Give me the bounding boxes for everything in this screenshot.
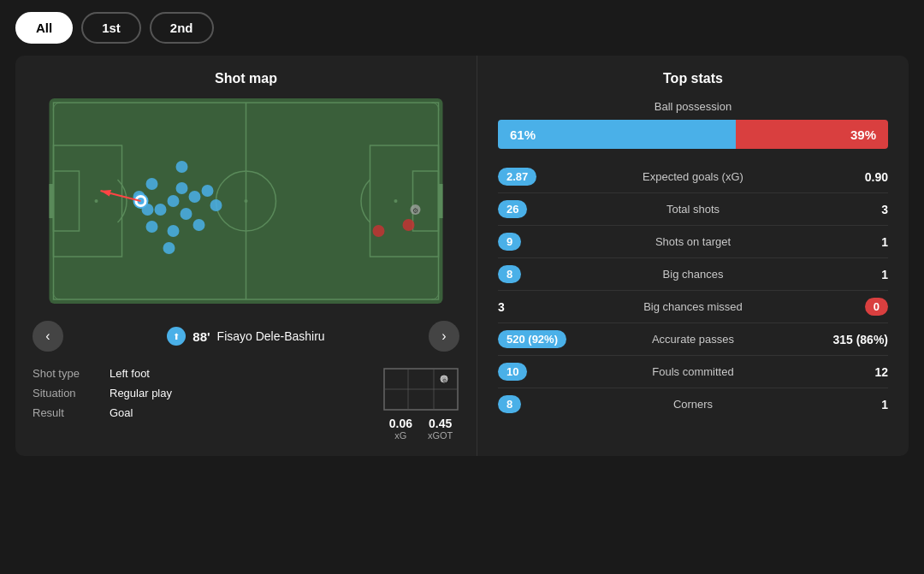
xg-label-center: Expected goals (xG) — [575, 170, 811, 183]
svg-point-27 — [176, 161, 188, 173]
shot-time: 88' — [192, 329, 210, 344]
bigmissed-badge: 0 — [865, 298, 888, 316]
possession-label: Ball possession — [498, 100, 888, 113]
tab-2nd[interactable]: 2nd — [150, 12, 214, 44]
result-value: Goal — [110, 406, 133, 419]
xg-right: 0.90 — [811, 170, 888, 184]
bigchances-label: Big chances — [575, 268, 811, 281]
tab-bar: All 1st 2nd — [0, 0, 924, 56]
prev-shot-button[interactable]: ‹ — [33, 321, 63, 352]
bigchances-right: 1 — [811, 268, 888, 281]
shot-map-panel: Shot map — [15, 56, 477, 456]
xgot-value: 0.45 — [429, 417, 452, 430]
svg-point-12 — [394, 199, 398, 203]
stat-row-ontar: 9 Shots on target 1 — [498, 226, 888, 258]
svg-point-21 — [168, 225, 180, 237]
result-label: Result — [33, 406, 92, 419]
shot-player: Fisayo Dele-Bashiru — [217, 329, 325, 343]
shot-type-label: Shot type — [33, 367, 92, 380]
stats-title: Top stats — [498, 71, 888, 86]
tab-all[interactable]: All — [15, 12, 73, 44]
result-row: Result Goal — [33, 406, 172, 419]
xgot-col: 0.45 xGOT — [428, 417, 453, 441]
possession-bar: 61% 39% — [498, 120, 888, 149]
goal-frame: ⚙ 0.06 xG 0.45 xGOT — [382, 367, 459, 441]
svg-point-32 — [373, 225, 385, 237]
corners-right: 1 — [811, 398, 888, 411]
stat-row-bigchances: 8 Big chances 1 — [498, 258, 888, 291]
pitch-svg: ⚙ — [33, 98, 459, 304]
svg-point-17 — [176, 182, 188, 194]
xgot-label: xGOT — [428, 430, 453, 441]
shot-map-title: Shot map — [33, 71, 459, 86]
shot-meta: Shot type Left foot Situation Regular pl… — [33, 367, 172, 419]
main-content: Shot map — [15, 56, 909, 456]
stat-left-totalshots: 26 — [498, 200, 575, 218]
svg-point-13 — [146, 178, 158, 190]
bigchances-badge: 8 — [498, 265, 521, 283]
passes-label: Accurate passes — [575, 333, 811, 346]
ontar-right: 1 — [811, 235, 888, 249]
svg-point-33 — [403, 219, 415, 231]
shot-type-row: Shot type Left foot — [33, 367, 172, 380]
stat-row-xg: 2.87 Expected goals (xG) 0.90 — [498, 161, 888, 193]
pitch-container: ⚙ — [33, 98, 459, 304]
bigmissed-right: 0 — [811, 298, 888, 316]
ontar-label: Shots on target — [575, 235, 811, 248]
possession-right: 39% — [736, 120, 888, 149]
stat-left-passes: 520 (92%) — [498, 330, 575, 348]
stat-row-passes: 520 (92%) Accurate passes 315 (86%) — [498, 323, 888, 356]
next-shot-button[interactable]: › — [429, 321, 459, 352]
shot-details: Shot type Left foot Situation Regular pl… — [33, 367, 459, 441]
svg-point-8 — [95, 199, 98, 203]
svg-rect-11 — [439, 184, 443, 218]
stat-row-fouls: 10 Fouls committed 12 — [498, 356, 888, 388]
goal-frame-svg: ⚙ — [382, 367, 459, 411]
svg-point-16 — [168, 195, 180, 207]
totalshots-right: 3 — [811, 203, 888, 216]
svg-point-24 — [163, 242, 175, 254]
xg-col: 0.06 xG — [389, 417, 412, 441]
svg-point-23 — [202, 185, 214, 197]
ontar-badge: 9 — [498, 233, 521, 251]
xg-value: 0.06 — [389, 417, 412, 430]
svg-point-26 — [146, 221, 158, 233]
stat-row-bigmissed: 3 Big chances missed 0 — [498, 291, 888, 323]
corners-label: Corners — [575, 398, 811, 411]
bigmissed-plain: 3 — [498, 300, 505, 314]
stat-row-corners: 8 Corners 1 — [498, 388, 888, 420]
shot-nav: ‹ ⬆ 88' Fisayo Dele-Bashiru › — [33, 316, 459, 357]
shot-type-value: Left foot — [110, 367, 150, 380]
team-logo: ⬆ — [167, 327, 186, 346]
stat-left-bigchances: 8 — [498, 265, 575, 283]
fouls-badge: 10 — [498, 363, 527, 381]
svg-point-20 — [193, 219, 205, 231]
stat-left-ontar: 9 — [498, 233, 575, 251]
svg-point-18 — [189, 191, 201, 203]
svg-text:⬆: ⬆ — [173, 332, 180, 341]
tab-1st[interactable]: 1st — [81, 12, 141, 44]
totalshots-badge: 26 — [498, 200, 527, 218]
shot-info: ⬆ 88' Fisayo Dele-Bashiru — [167, 327, 324, 346]
svg-rect-7 — [50, 184, 54, 218]
situation-row: Situation Regular play — [33, 387, 172, 399]
svg-point-22 — [210, 199, 222, 211]
situation-value: Regular play — [110, 387, 172, 399]
svg-point-15 — [155, 204, 167, 216]
corners-badge: 8 — [498, 395, 521, 413]
totalshots-label: Total shots — [575, 203, 811, 216]
passes-right: 315 (86%) — [811, 333, 888, 346]
stat-left-bigmissed: 3 — [498, 299, 575, 315]
svg-point-4 — [245, 199, 248, 203]
situation-label: Situation — [33, 387, 92, 399]
bigmissed-label: Big chances missed — [575, 300, 811, 313]
svg-text:⚙: ⚙ — [442, 378, 447, 383]
stat-row-totalshots: 26 Total shots 3 — [498, 193, 888, 226]
passes-badge: 520 (92%) — [498, 330, 566, 348]
stat-left-fouls: 10 — [498, 363, 575, 381]
svg-text:⚙: ⚙ — [412, 207, 418, 215]
xg-row: 0.06 xG 0.45 xGOT — [389, 417, 453, 441]
fouls-label: Fouls committed — [575, 365, 811, 378]
stat-left-corners: 8 — [498, 395, 575, 413]
svg-point-19 — [181, 208, 192, 220]
